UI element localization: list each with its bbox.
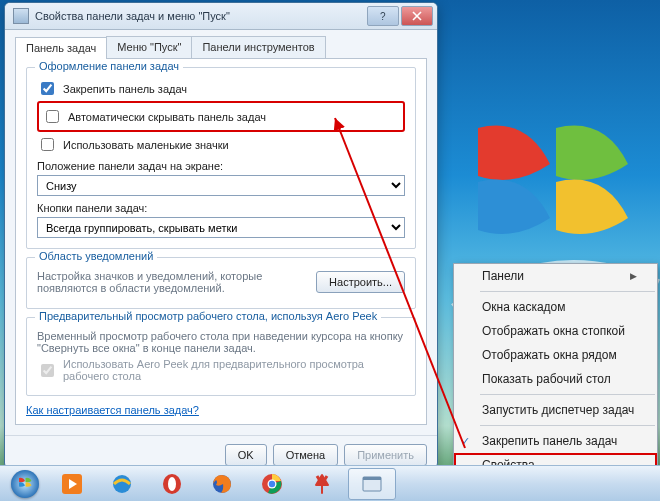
apply-button[interactable]: Применить [344, 444, 427, 466]
menu-separator [480, 425, 655, 426]
start-button[interactable] [4, 468, 46, 500]
menu-sidebyside[interactable]: Отображать окна рядом [454, 343, 657, 367]
menu-taskmanager[interactable]: Запустить диспетчер задач [454, 398, 657, 422]
svg-point-2 [11, 470, 39, 498]
chk-lock-input[interactable] [41, 82, 54, 95]
taskbar-yandex[interactable] [298, 468, 346, 500]
group-appearance: Оформление панели задач Закрепить панель… [26, 67, 416, 249]
menu-stack[interactable]: Отображать окна стопкой [454, 319, 657, 343]
taskbar-ie[interactable] [98, 468, 146, 500]
menu-lock-taskbar[interactable]: ✓Закрепить панель задач [454, 429, 657, 453]
menu-panels[interactable]: Панели▶ [454, 264, 657, 288]
tab-taskbar[interactable]: Панель задач [15, 37, 107, 59]
menu-separator [480, 291, 655, 292]
svg-point-6 [168, 477, 176, 491]
group-notification-title: Область уведомлений [35, 250, 157, 262]
chk-aeropeek[interactable]: Использовать Aero Peek для предварительн… [37, 358, 405, 382]
chk-lock-label: Закрепить панель задач [63, 83, 187, 95]
taskbar-context-menu: Панели▶ Окна каскадом Отображать окна ст… [453, 263, 658, 478]
position-combo[interactable]: Снизу [37, 175, 405, 196]
chk-smallicons-input[interactable] [41, 138, 54, 151]
group-appearance-title: Оформление панели задач [35, 60, 183, 72]
taskbar-chrome[interactable] [248, 468, 296, 500]
close-button[interactable] [401, 6, 433, 26]
menu-separator [480, 394, 655, 395]
help-link[interactable]: Как настраивается панель задач? [26, 404, 199, 416]
notification-text: Настройка значков и уведомлений, которые… [37, 270, 306, 294]
tab-panel: Оформление панели задач Закрепить панель… [15, 59, 427, 425]
buttons-combo[interactable]: Всегда группировать, скрывать метки [37, 217, 405, 238]
properties-window: Свойства панели задач и меню "Пуск" ? Па… [4, 2, 438, 469]
taskbar-properties-window[interactable] [348, 468, 396, 500]
menu-show-desktop[interactable]: Показать рабочий стол [454, 367, 657, 391]
buttons-label: Кнопки панели задач: [37, 202, 405, 214]
menu-cascade[interactable]: Окна каскадом [454, 295, 657, 319]
submenu-arrow-icon: ▶ [630, 271, 637, 281]
svg-text:?: ? [380, 11, 386, 21]
autohide-highlight: Автоматически скрывать панель задач [37, 101, 405, 132]
checkmark-icon: ✓ [461, 435, 470, 448]
window-title: Свойства панели задач и меню "Пуск" [35, 10, 365, 22]
help-button[interactable]: ? [367, 6, 399, 26]
group-aeropeek: Предварительный просмотр рабочего стола,… [26, 317, 416, 396]
taskbar-mediaplayer[interactable] [48, 468, 96, 500]
cancel-button[interactable]: Отмена [273, 444, 338, 466]
taskbar[interactable] [0, 465, 660, 501]
window-icon [13, 8, 29, 24]
chk-lock-taskbar[interactable]: Закрепить панель задач [37, 79, 405, 98]
taskbar-opera[interactable] [148, 468, 196, 500]
chk-autohide-label: Автоматически скрывать панель задач [68, 111, 266, 123]
aeropeek-text: Временный просмотр рабочего стола при на… [37, 330, 405, 354]
chk-autohide[interactable]: Автоматически скрывать панель задач [42, 107, 400, 126]
svg-rect-12 [363, 477, 381, 480]
group-aeropeek-title: Предварительный просмотр рабочего стола,… [35, 310, 381, 322]
ok-button[interactable]: OK [225, 444, 267, 466]
svg-point-10 [269, 480, 275, 486]
chk-aeropeek-label: Использовать Aero Peek для предварительн… [63, 358, 405, 382]
tab-startmenu[interactable]: Меню "Пуск" [106, 36, 192, 58]
tab-strip: Панель задач Меню "Пуск" Панели инструме… [15, 36, 427, 59]
taskbar-firefox[interactable] [198, 468, 246, 500]
chk-aeropeek-input [41, 364, 54, 377]
group-notification: Область уведомлений Настройка значков и … [26, 257, 416, 309]
chk-smallicons[interactable]: Использовать маленькие значки [37, 135, 405, 154]
chk-autohide-input[interactable] [46, 110, 59, 123]
position-label: Положение панели задач на экране: [37, 160, 405, 172]
chk-smallicons-label: Использовать маленькие значки [63, 139, 229, 151]
customize-button[interactable]: Настроить... [316, 271, 405, 293]
tab-toolbars[interactable]: Панели инструментов [191, 36, 325, 58]
titlebar[interactable]: Свойства панели задач и меню "Пуск" ? [5, 3, 437, 30]
